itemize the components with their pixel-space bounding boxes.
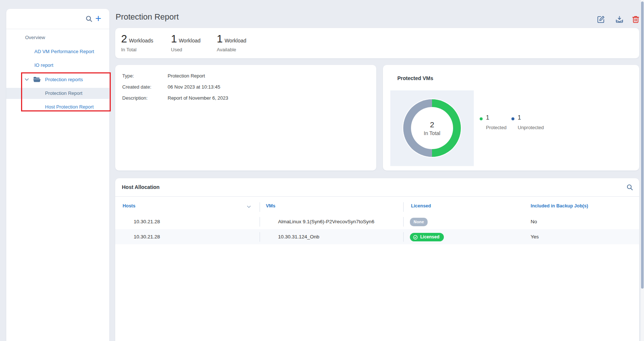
sidebar: + Overview AD VM Performance Report IO r… [6, 9, 109, 341]
detail-type-value: Protection Report [168, 72, 205, 80]
legend-protected-value: 1 [486, 114, 507, 121]
stat-available-caption: Available [217, 47, 246, 52]
column-divider [260, 232, 260, 242]
detail-created-label: Created date: [122, 83, 151, 91]
stat-used-value: 1 [171, 33, 177, 45]
license-badge-none: None [410, 218, 428, 226]
column-divider [403, 217, 404, 227]
report-details-card: Type: Protection Report Created date: 06… [115, 65, 376, 170]
detail-description-label: Description: [122, 94, 148, 102]
search-icon[interactable] [85, 15, 93, 23]
table-header-row: Hosts VMs Licensed Included in Backup Jo… [115, 199, 639, 214]
stat-total-value: 2 [121, 33, 127, 45]
sidebar-item-ad-vm-performance-report[interactable]: AD VM Performance Report [34, 46, 94, 57]
host-allocation-title: Host Allocation [122, 184, 160, 190]
stat-used-unit: Workload [179, 38, 201, 44]
table-title-divider [115, 196, 639, 197]
detail-type-label: Type: [122, 72, 134, 80]
detail-row-created-date: Created date: 06 Nov 2023 at 10:13:45 [122, 83, 369, 91]
sidebar-toolbar: + [6, 9, 109, 29]
table-search-icon[interactable] [626, 183, 634, 191]
donut-chart-panel: 2 In Total [390, 90, 474, 166]
legend-unprotected-label: Unprotected [518, 125, 544, 130]
page-title: Protection Report [116, 12, 179, 22]
stat-available-value: 1 [217, 33, 223, 45]
stat-available: 1Workload Available [217, 33, 246, 52]
column-header-vms[interactable]: VMs [266, 203, 275, 209]
detail-row-type: Type: Protection Report [122, 72, 369, 80]
scrollbar-track[interactable] [641, 0, 644, 341]
scrollbar-thumb[interactable] [641, 1, 644, 289]
add-report-icon[interactable]: + [95, 13, 101, 24]
sidebar-group-protection-reports[interactable]: Protection reports [45, 75, 83, 85]
check-circle-icon [413, 235, 418, 240]
column-divider [403, 202, 404, 212]
workload-stats-card: 2Workloads In Total 1Workload Used 1Work… [115, 28, 639, 58]
donut-total-label: In Total [424, 130, 441, 136]
license-badge-licensed: Licensed [410, 233, 444, 241]
column-header-included[interactable]: Included in Backup Job(s) [531, 203, 588, 209]
open-folder-icon [33, 76, 41, 83]
sidebar-item-protection-report[interactable]: Protection Report [45, 88, 82, 99]
column-divider [260, 217, 260, 227]
protected-vms-title: Protected VMs [397, 75, 433, 81]
cell-vm: AlmaLinux 9.1(Syn6)-P2VrecovSyn7toSyn6 [278, 218, 374, 225]
donut-total-value: 2 [430, 120, 434, 129]
stat-used: 1Workload Used [171, 33, 201, 52]
host-allocation-card: Host Allocation Hosts VMs Licensed Inclu… [115, 178, 639, 341]
stat-total-caption: In Total [121, 47, 153, 52]
cell-included: No [531, 218, 537, 225]
stat-total-unit: Workloads [129, 38, 153, 44]
legend-protected-label: Protected [486, 125, 507, 130]
legend-unprotected-value: 1 [518, 114, 544, 121]
legend-unprotected: 1 Unprotected [511, 114, 544, 130]
column-header-hosts[interactable]: Hosts [123, 203, 136, 209]
column-divider [260, 202, 260, 212]
sidebar-divider [6, 29, 109, 29]
protected-vms-donut-chart: 2 In Total [403, 99, 461, 157]
sort-chevron-icon[interactable] [246, 204, 251, 209]
donut-center: 2 In Total [411, 107, 453, 149]
sidebar-item-overview[interactable]: Overview [25, 32, 45, 43]
detail-created-value: 06 Nov 2023 at 10:13:45 [168, 83, 220, 91]
delete-report-icon[interactable] [631, 15, 640, 24]
table-row[interactable]: 10.30.21.28 AlmaLinux 9.1(Syn6)-P2Vrecov… [115, 214, 639, 229]
export-report-icon[interactable] [615, 15, 624, 24]
detail-row-description: Description: Report of November 6, 2023 [122, 94, 369, 102]
cell-included: Yes [531, 234, 539, 240]
cell-host: 10.30.21.28 [134, 234, 160, 240]
stat-used-caption: Used [171, 47, 201, 52]
cell-vm: 10.30.31.124_Onb [278, 234, 319, 240]
protected-vms-card: Protected VMs 2 In Total 1 Protected 1 U… [383, 65, 639, 170]
column-divider [403, 232, 404, 242]
cell-host: 10.30.21.28 [134, 218, 160, 225]
legend-protected: 1 Protected [480, 114, 507, 130]
table-row[interactable]: 10.30.21.28 10.30.31.124_Onb Licensed Ye… [115, 229, 639, 244]
column-header-licensed[interactable]: Licensed [411, 203, 431, 209]
legend-unprotected-dot [511, 117, 514, 120]
legend-protected-dot [480, 117, 483, 120]
edit-report-icon[interactable] [597, 15, 605, 24]
sidebar-item-io-report[interactable]: IO report [34, 60, 53, 70]
chevron-down-icon[interactable] [24, 77, 30, 82]
stat-total: 2Workloads In Total [121, 33, 153, 52]
stat-available-unit: Workload [225, 38, 246, 44]
sidebar-item-host-protection-report[interactable]: Host Protection Report [45, 102, 94, 112]
detail-description-value: Report of November 6, 2023 [168, 94, 228, 102]
